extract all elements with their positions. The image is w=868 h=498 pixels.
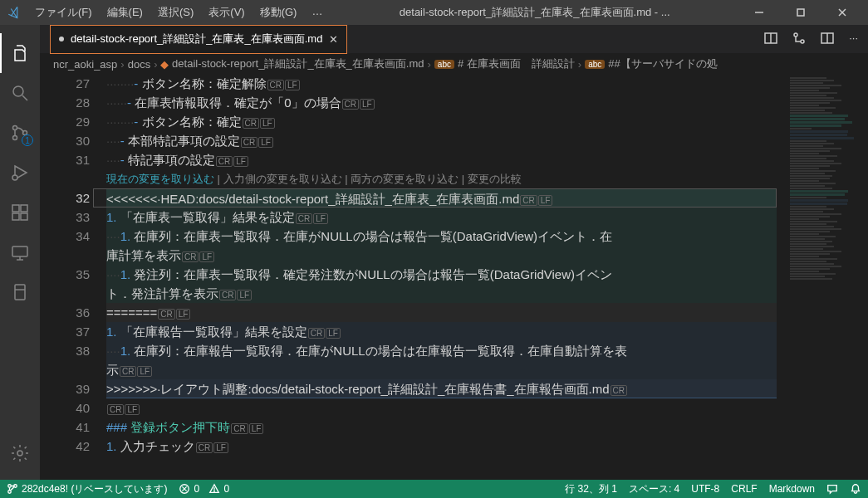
status-eol[interactable]: CRLF (731, 483, 757, 495)
status-feedback-icon[interactable] (826, 483, 838, 495)
svg-point-27 (8, 485, 12, 488)
code-area[interactable]: ········- ボタン名称：確定解除CRLF ······- 在庫表情報取得… (106, 74, 777, 480)
svg-rect-14 (21, 205, 27, 212)
svg-point-24 (801, 40, 804, 43)
explorer-icon[interactable] (0, 33, 40, 73)
line-number-gutter: 27 28 29 30 31 32 33 34 35 36 37 38 39 4… (40, 74, 106, 480)
menu-select[interactable]: 選択(S) (151, 2, 200, 23)
svg-rect-13 (21, 213, 27, 220)
tab-active[interactable]: detail-stock-report_詳細設計_在庫表_在庫表画面.md ✕ (50, 25, 347, 54)
search-icon[interactable] (0, 73, 40, 113)
breadcrumb-item[interactable]: ##【サーバサイドの処 (608, 56, 717, 71)
status-problems[interactable]: 0 0 (179, 483, 229, 495)
close-icon[interactable]: ✕ (329, 33, 338, 46)
status-bell-icon[interactable] (850, 483, 861, 495)
svg-point-7 (13, 136, 17, 140)
menu-edit[interactable]: 編集(E) (101, 2, 150, 23)
svg-rect-11 (12, 205, 19, 212)
window-title: detail-stock-report_詳細設計_在庫表_在庫表画面.md - … (329, 5, 740, 20)
window-controls (740, 0, 861, 25)
svg-rect-15 (12, 247, 27, 256)
remote-icon[interactable] (0, 232, 40, 272)
tab-bar: detail-stock-report_詳細設計_在庫表_在庫表画面.md ✕ … (0, 25, 868, 54)
open-preview-icon[interactable] (764, 32, 777, 47)
status-bar: 282dc4e8! (リベースしています) 0 0 行 32、列 1 スペース:… (0, 480, 868, 498)
svg-point-34 (214, 491, 215, 491)
source-control-icon[interactable]: 1 (0, 113, 40, 153)
activity-bar: 1 (0, 25, 40, 480)
breadcrumb-item[interactable]: # 在庫表画面 詳細設計 (458, 56, 575, 71)
close-button[interactable] (823, 0, 861, 25)
svg-rect-1 (797, 9, 804, 16)
breadcrumb-item[interactable]: ncr_aoki_asp (53, 58, 117, 71)
split-editor-icon[interactable] (821, 32, 834, 47)
svg-rect-18 (15, 285, 25, 300)
status-encoding[interactable]: UTF-8 (691, 483, 719, 495)
status-language[interactable]: Markdown (769, 483, 815, 495)
merge-codelens[interactable]: 現在の変更を取り込む | 入力側の変更を取り込む | 両方の変更を取り込む | … (106, 169, 777, 188)
modified-dot-icon (59, 37, 64, 42)
menu-view[interactable]: 表示(V) (202, 2, 251, 23)
menu-overflow[interactable]: … (305, 2, 329, 23)
breadcrumb-item[interactable]: detail-stock-report_詳細設計_在庫表_在庫表画面.md (172, 56, 424, 71)
menu-go[interactable]: 移動(G) (253, 2, 304, 23)
svg-point-10 (12, 175, 17, 180)
svg-point-4 (13, 86, 23, 96)
titlebar: ファイル(F) 編集(E) 選択(S) 表示(V) 移動(G) … detail… (0, 0, 868, 25)
run-debug-icon[interactable] (0, 153, 40, 193)
status-line-col[interactable]: 行 32、列 1 (565, 482, 617, 496)
minimap[interactable] (785, 74, 868, 480)
diff-icon[interactable] (792, 32, 806, 47)
editor[interactable]: 27 28 29 30 31 32 33 34 35 36 37 38 39 4… (40, 74, 868, 480)
breadcrumb-item[interactable]: docs (128, 58, 150, 71)
extensions-icon[interactable] (0, 193, 40, 232)
menu-bar: ファイル(F) 編集(E) 選択(S) 表示(V) 移動(G) … (28, 2, 329, 23)
svg-point-20 (17, 451, 22, 456)
svg-point-28 (8, 491, 12, 494)
breadcrumb[interactable]: ncr_aoki_asp› docs› ◆ detail-stock-repor… (40, 54, 868, 74)
scm-badge: 1 (22, 134, 33, 146)
status-spaces[interactable]: スペース: 4 (629, 482, 679, 496)
svg-point-6 (13, 126, 17, 130)
tab-filename: detail-stock-report_詳細設計_在庫表_在庫表画面.md (71, 32, 322, 46)
status-branch[interactable]: 282dc4e8! (リベースしています) (7, 482, 167, 496)
maximize-button[interactable] (782, 0, 820, 25)
svg-line-5 (22, 95, 27, 100)
db-icon[interactable] (0, 272, 40, 312)
svg-point-23 (794, 33, 797, 37)
vscode-logo-icon (7, 5, 22, 20)
more-icon[interactable]: ··· (849, 32, 858, 47)
menu-file[interactable]: ファイル(F) (28, 2, 99, 23)
settings-gear-icon[interactable] (0, 433, 40, 473)
minimize-button[interactable] (740, 0, 778, 25)
svg-rect-12 (12, 213, 19, 220)
